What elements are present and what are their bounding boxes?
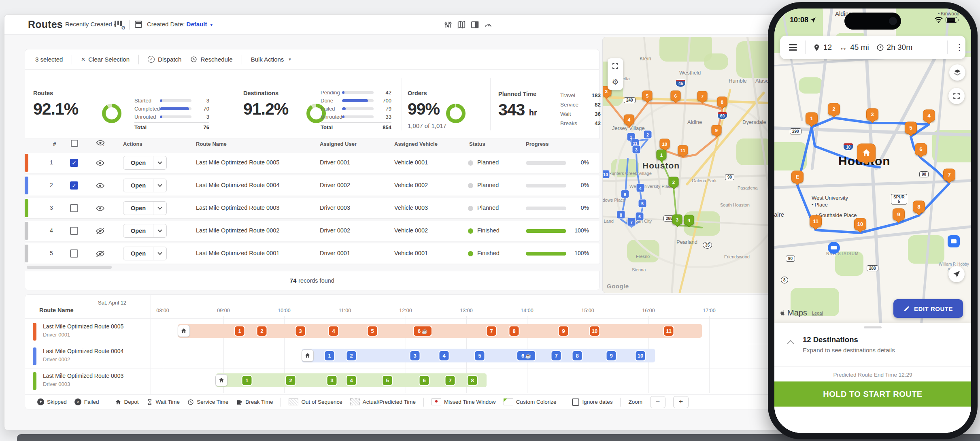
route-stop-marker[interactable]: 11 xyxy=(810,215,822,227)
open-button-label[interactable]: Open xyxy=(123,156,153,169)
gantt-depot-chip[interactable] xyxy=(302,349,314,362)
route-stop-marker[interactable]: 11 xyxy=(678,145,688,156)
open-button-label[interactable]: Open xyxy=(123,202,153,215)
gantt-stop-chip[interactable]: 8 xyxy=(572,350,583,361)
gantt-route-label[interactable]: Last Mile Optimized Route 0005Driver 000… xyxy=(25,320,151,344)
route-stop-marker[interactable]: 5 xyxy=(642,91,653,101)
route-stop-marker[interactable]: 7 xyxy=(627,218,636,226)
eye-off-icon[interactable] xyxy=(96,228,104,234)
date-filter[interactable]: Created Date: Default ▾ xyxy=(147,21,213,28)
panel-toggle-icon[interactable] xyxy=(470,20,479,29)
route-stop-marker[interactable]: 2 xyxy=(828,103,840,115)
gantt-depot-chip[interactable] xyxy=(215,374,227,386)
gantt-stop-chip[interactable]: 7 xyxy=(445,375,456,386)
route-stop-marker[interactable]: 6 xyxy=(671,91,681,101)
route-stop-marker[interactable]: E xyxy=(791,170,804,183)
route-stop-marker[interactable]: 3 xyxy=(866,108,878,120)
gantt-stop-chip[interactable]: 8 xyxy=(509,326,520,337)
open-route-button[interactable]: Open xyxy=(123,201,167,215)
gantt-stop-chip[interactable]: 9 xyxy=(606,350,617,361)
map-view-icon[interactable] xyxy=(457,20,466,29)
ignore-dates-toggle[interactable]: Ignore dates xyxy=(572,398,612,406)
route-stop-marker[interactable]: 10 xyxy=(660,139,670,149)
gantt-stop-chip[interactable]: 1 xyxy=(242,375,253,386)
bulk-actions-button[interactable]: Bulk Actions▾ xyxy=(251,56,291,63)
gantt-stop-chip[interactable]: 8 xyxy=(467,375,478,386)
legal-link[interactable]: Legal xyxy=(812,311,823,315)
gantt-stop-chip[interactable]: 6☕ xyxy=(413,326,432,337)
route-stop-marker[interactable]: 2 xyxy=(644,130,652,139)
gantt-stop-chip[interactable]: 4 xyxy=(346,375,357,386)
reschedule-button[interactable]: Reschedule xyxy=(190,56,232,63)
hold-to-start-button[interactable]: HOLD TO START ROUTE xyxy=(774,381,971,407)
route-stop-marker[interactable]: 8 xyxy=(617,211,625,219)
gantt-stop-chip[interactable]: 5 xyxy=(474,350,485,361)
gantt-depot-chip[interactable] xyxy=(178,325,190,337)
route-stop-marker[interactable]: 10 xyxy=(854,218,866,230)
open-button-dropdown[interactable] xyxy=(153,247,166,260)
gantt-stop-chip[interactable]: 3 xyxy=(295,326,306,337)
eye-icon[interactable] xyxy=(96,160,104,166)
route-stop-marker[interactable]: 8 xyxy=(717,97,727,107)
phone-route-navbar[interactable]: 12 ↔45 mi 2h 30m ⋮ xyxy=(780,36,965,59)
route-stop-marker[interactable]: 9 xyxy=(621,190,629,198)
gantt-route-label[interactable]: Last Mile Optimized Route 0003Driver 000… xyxy=(25,369,151,393)
route-stop-marker[interactable]: 3 xyxy=(672,215,682,225)
gantt-stop-chip[interactable]: 3 xyxy=(410,350,421,361)
open-route-button[interactable]: Open xyxy=(123,247,167,260)
dashboard-gauge-icon[interactable] xyxy=(484,20,493,29)
route-stop-marker[interactable]: 2 xyxy=(669,177,679,187)
zoom-in-button[interactable]: + xyxy=(673,396,689,408)
clear-selection-button[interactable]: ×Clear Selection xyxy=(81,55,130,64)
open-button-label[interactable]: Open xyxy=(123,247,153,260)
open-button-dropdown[interactable] xyxy=(153,179,166,192)
row-checkbox[interactable] xyxy=(70,204,78,212)
table-row[interactable]: 2✓OpenLast Mile Optimized Route 0004Driv… xyxy=(25,175,599,196)
route-stop-marker[interactable]: 3 xyxy=(632,145,641,154)
zoom-out-button[interactable]: − xyxy=(650,396,665,408)
depot-marker[interactable] xyxy=(857,143,876,162)
eye-icon[interactable] xyxy=(96,205,104,212)
route-stop-marker[interactable]: 7 xyxy=(943,168,955,181)
route-stop-marker[interactable]: 6 xyxy=(636,212,644,221)
route-stop-marker[interactable]: 5 xyxy=(905,121,917,134)
row-checkbox[interactable] xyxy=(70,227,78,235)
open-button-label[interactable]: Open xyxy=(123,179,153,192)
gantt-stop-chip[interactable]: 6☕ xyxy=(517,350,536,361)
gantt-stop-chip[interactable]: 2 xyxy=(285,375,296,386)
gantt-stop-chip[interactable]: 3 xyxy=(327,375,338,386)
gantt-stop-chip[interactable]: 2 xyxy=(346,350,357,361)
layers-button[interactable] xyxy=(949,64,965,81)
eye-off-icon[interactable] xyxy=(96,251,104,257)
row-checkbox[interactable] xyxy=(70,249,78,258)
gantt-stop-chip[interactable]: 7 xyxy=(551,350,562,361)
gantt-stop-chip[interactable]: 9 xyxy=(558,326,569,337)
open-button-dropdown[interactable] xyxy=(153,224,166,237)
row-checkbox[interactable]: ✓ xyxy=(70,181,78,190)
gantt-stop-chip[interactable]: 5 xyxy=(367,326,378,337)
table-row[interactable]: 1✓OpenLast Mile Optimized Route 0005Driv… xyxy=(25,153,599,173)
column-settings-icon[interactable]: ⚙ xyxy=(115,20,124,30)
gantt-stop-chip[interactable]: 10 xyxy=(589,326,600,337)
route-stop-marker[interactable]: 1 xyxy=(657,150,667,160)
gantt-stop-chip[interactable]: 11 xyxy=(663,326,674,337)
table-row[interactable]: 3OpenLast Mile Optimized Route 0003Drive… xyxy=(25,198,599,218)
open-button-dropdown[interactable] xyxy=(153,156,166,169)
edit-route-button[interactable]: EDIT ROUTE xyxy=(893,299,963,318)
open-route-button[interactable]: Open xyxy=(123,179,167,192)
dispatch-button[interactable]: ✓Dispatch xyxy=(148,56,181,63)
route-stop-marker[interactable]: 10 xyxy=(602,170,610,179)
table-row[interactable]: 4OpenLast Mile Optimized Route 0002Drive… xyxy=(25,221,599,241)
horizontal-scrollbar[interactable] xyxy=(27,266,112,269)
open-button-dropdown[interactable] xyxy=(153,202,166,215)
route-stop-marker[interactable]: 9 xyxy=(893,208,905,220)
open-route-button[interactable]: Open xyxy=(123,224,167,238)
route-stop-marker[interactable]: 4 xyxy=(636,184,645,192)
kebab-menu-icon[interactable]: ⋮ xyxy=(955,42,964,53)
gantt-route-label[interactable]: Last Mile Optimized Route 0004Driver 000… xyxy=(25,345,151,369)
table-row[interactable]: 5OpenLast Mile Optimized Route 0001Drive… xyxy=(25,243,599,264)
route-stop-marker[interactable]: 1 xyxy=(806,112,818,124)
gantt-stop-chip[interactable]: 7 xyxy=(486,326,497,337)
visibility-column-icon[interactable]: x xyxy=(96,140,105,148)
expand-map-button[interactable] xyxy=(948,88,965,104)
